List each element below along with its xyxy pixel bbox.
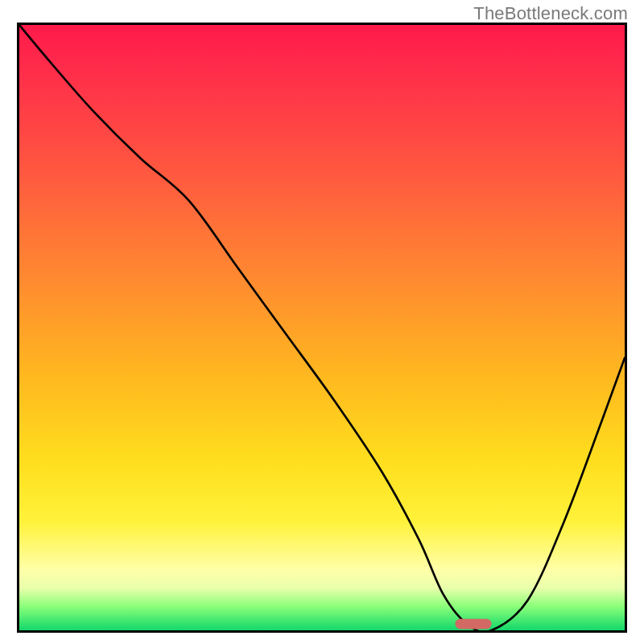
watermark-text: TheBottleneck.com: [473, 3, 628, 24]
chart-frame: [17, 23, 627, 633]
optimal-marker-pill: [455, 619, 491, 630]
optimal-marker: [19, 25, 625, 630]
